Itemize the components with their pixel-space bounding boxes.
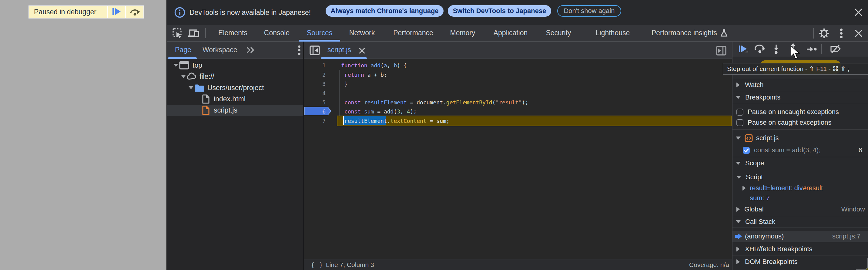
tab-memory[interactable]: Memory — [442, 25, 483, 41]
step-icon-button[interactable] — [806, 44, 817, 54]
checkbox-pause-caught-exceptions[interactable]: Pause on caught exceptions — [733, 117, 868, 128]
navigator-kebab-menu-icon[interactable] — [298, 45, 301, 55]
inspect-element-icon-button[interactable] — [172, 28, 183, 39]
checkbox-unchecked[interactable] — [737, 109, 743, 116]
checkbox-checked[interactable] — [743, 147, 750, 154]
scope-group-script[interactable]: Script — [733, 172, 868, 183]
scope-var-sum[interactable]: sum: 7 — [733, 193, 868, 203]
step-over-icon-button[interactable] — [754, 44, 765, 54]
section-scope[interactable]: Scope — [733, 157, 868, 170]
expand-arrow-icon[interactable] — [181, 75, 186, 78]
always-match-language-button[interactable]: Always match Chrome's language — [326, 5, 443, 17]
disclosure-triangle-icon[interactable] — [737, 176, 741, 179]
editor-tab-script-js[interactable]: script.js — [328, 46, 351, 54]
tab-elements[interactable]: Elements — [210, 25, 255, 41]
disclosure-triangle-icon[interactable] — [736, 220, 741, 223]
tree-item-script-js[interactable]: script.js — [167, 104, 303, 116]
step-over-icon — [754, 44, 765, 54]
disclosure-triangle-icon[interactable] — [743, 186, 746, 190]
info-icon — [174, 7, 185, 18]
disclosure-triangle-icon[interactable] — [737, 247, 740, 251]
devtools-tabbar: Elements Console Sources Network Perform… — [167, 25, 868, 41]
chevron-double-right-icon[interactable] — [245, 46, 256, 54]
tree-item-users-user-project[interactable]: Users/user/project — [167, 82, 303, 93]
step-over-button[interactable] — [126, 6, 144, 18]
cursor-position-status: Line 7, Column 3 — [326, 261, 374, 268]
checkbox-pause-uncaught-exceptions[interactable]: Pause on uncaught exceptions — [733, 107, 868, 117]
line-number[interactable]: 6 — [304, 108, 326, 115]
section-dom-breakpoints[interactable]: DOM Breakpoints — [733, 255, 868, 268]
resume-script-button[interactable] — [108, 6, 125, 18]
section-watch[interactable]: Watch — [733, 79, 868, 91]
tab-performance[interactable]: Performance — [385, 25, 441, 41]
deactivate-breakpoints-icon — [830, 44, 842, 54]
infobar-close-button[interactable] — [854, 7, 863, 17]
tab-performance-insights[interactable]: Performance insights — [644, 25, 736, 41]
dont-show-again-button[interactable]: Don't show again — [557, 5, 621, 17]
section-call-stack[interactable]: Call Stack — [733, 216, 868, 228]
editor-tab-close-button[interactable] — [359, 47, 366, 54]
tabbar-divider — [813, 28, 814, 38]
section-xhr-breakpoints[interactable]: XHR/fetch Breakpoints — [733, 243, 868, 255]
panel-collapse-left-icon-button[interactable] — [310, 46, 320, 55]
line-number[interactable]: 1 — [304, 62, 326, 68]
code-line-4: 4 — [304, 89, 732, 98]
expand-arrow-icon[interactable] — [189, 86, 193, 89]
checkbox-unchecked[interactable] — [737, 119, 743, 126]
line-number[interactable]: 5 — [304, 99, 326, 106]
panel-collapse-left-icon — [310, 46, 320, 55]
navigator-tab-workspace[interactable]: Workspace — [203, 46, 238, 54]
more-options-kebab-icon-button[interactable] — [840, 28, 843, 38]
devtools-close-button[interactable] — [854, 29, 864, 38]
device-toolbar-icon-button[interactable] — [188, 28, 199, 38]
scope-var-resultelement[interactable]: resultElement: div#result — [733, 183, 868, 193]
property-name: sum — [750, 194, 763, 202]
tab-console[interactable]: Console — [256, 25, 298, 41]
code-line-5: 5 const resultElement = document.getElem… — [304, 98, 732, 107]
line-number[interactable]: 3 — [304, 81, 326, 87]
line-number[interactable]: 2 — [304, 71, 326, 78]
tab-sources[interactable]: Sources — [299, 25, 340, 41]
tab-security[interactable]: Security — [538, 25, 579, 41]
disclosure-triangle-icon[interactable] — [737, 260, 740, 264]
disclosure-triangle-icon[interactable] — [737, 83, 740, 87]
navigator-tab-page[interactable]: Page — [175, 46, 191, 54]
tabbar-divider — [205, 28, 206, 38]
settings-gear-icon-button[interactable] — [819, 28, 829, 38]
disclosure-triangle-icon[interactable] — [736, 96, 741, 99]
tab-application[interactable]: Application — [486, 25, 536, 41]
section-breakpoints[interactable]: Breakpoints — [733, 91, 868, 104]
code-line-text: function add(a, b) { — [341, 62, 407, 68]
tab-label: Sources — [307, 29, 332, 37]
pretty-print-icon-button[interactable]: { } — [311, 261, 323, 268]
tab-lighthouse[interactable]: Lighthouse — [588, 25, 638, 41]
line-number[interactable]: 4 — [304, 90, 326, 96]
step-over-icon — [130, 7, 140, 17]
switch-devtools-japanese-button[interactable]: Switch DevTools to Japanese — [448, 5, 551, 17]
line-number[interactable]: 7 — [304, 117, 326, 124]
tab-network[interactable]: Network — [341, 25, 382, 41]
breakpoint-line-number: 6 — [859, 146, 862, 154]
resume-script-icon-button[interactable] — [738, 44, 749, 55]
navigator-header: Page Workspace — [167, 41, 303, 59]
tab-label: Security — [546, 29, 571, 37]
property-value-number: 7 — [766, 194, 770, 202]
expand-arrow-icon[interactable] — [174, 64, 178, 67]
tab-label: Performance — [393, 29, 433, 37]
deactivate-breakpoints-icon-button[interactable] — [830, 44, 842, 54]
panel-collapse-right-icon-button[interactable] — [716, 46, 726, 56]
tree-item-file-protocol[interactable]: file:// — [167, 71, 303, 82]
tree-item-top[interactable]: top — [167, 60, 303, 71]
disclosure-triangle-icon[interactable] — [736, 137, 741, 140]
step-into-icon-button[interactable] — [772, 44, 780, 54]
disclosure-triangle-icon[interactable] — [736, 162, 741, 165]
code-line-text: } — [341, 81, 348, 87]
breakpoint-entry[interactable]: const sum = add(3, 4); 6 — [733, 145, 868, 156]
breakpoint-group-script-js[interactable]: script.js — [733, 132, 868, 144]
tree-item-index-html[interactable]: index.html — [167, 93, 303, 104]
call-stack-frame-anonymous[interactable]: (anonymous) script.js:7 — [733, 231, 868, 242]
property-value-id: #result — [803, 184, 823, 192]
code-editor[interactable]: 1function add(a, b) {2 return a + b;3 }4… — [304, 59, 732, 259]
disclosure-triangle-icon[interactable] — [737, 207, 740, 212]
scope-group-global[interactable]: GlobalWindow — [733, 204, 868, 215]
